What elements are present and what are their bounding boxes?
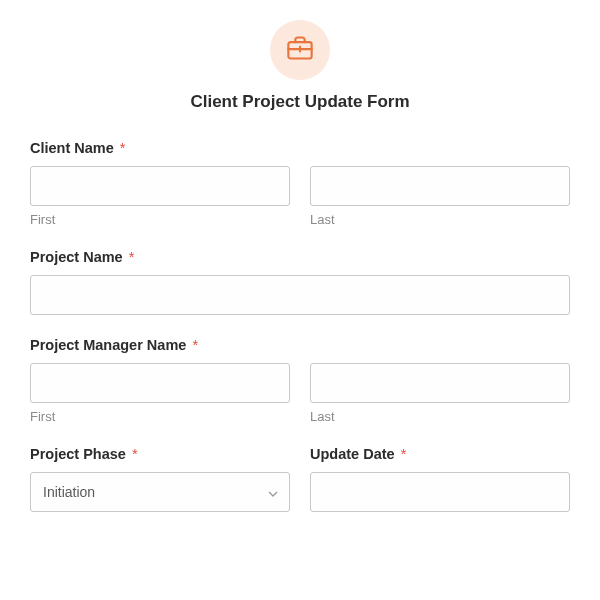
pm-first-name-input[interactable] — [30, 363, 290, 403]
form-header: Client Project Update Form — [30, 20, 570, 112]
required-asterisk: * — [132, 446, 138, 462]
first-sublabel: First — [30, 212, 290, 227]
client-last-name-input[interactable] — [310, 166, 570, 206]
required-asterisk: * — [192, 337, 198, 353]
project-name-group: Project Name * — [30, 249, 570, 315]
last-sublabel: Last — [310, 212, 570, 227]
required-asterisk: * — [120, 140, 126, 156]
project-name-input[interactable] — [30, 275, 570, 315]
required-asterisk: * — [129, 249, 135, 265]
project-phase-select[interactable]: Initiation — [30, 472, 290, 512]
update-date-input[interactable] — [310, 472, 570, 512]
update-date-label: Update Date * — [310, 446, 570, 462]
pm-name-group: Project Manager Name * First Last — [30, 337, 570, 424]
client-first-name-input[interactable] — [30, 166, 290, 206]
project-name-label: Project Name * — [30, 249, 570, 265]
project-phase-group: Project Phase * Initiation — [30, 446, 290, 512]
form-title: Client Project Update Form — [30, 92, 570, 112]
briefcase-icon-circle — [270, 20, 330, 80]
last-sublabel: Last — [310, 409, 570, 424]
briefcase-icon — [286, 34, 314, 66]
pm-name-label: Project Manager Name * — [30, 337, 570, 353]
project-phase-label: Project Phase * — [30, 446, 290, 462]
update-date-group: Update Date * — [310, 446, 570, 512]
first-sublabel: First — [30, 409, 290, 424]
client-name-group: Client Name * First Last — [30, 140, 570, 227]
pm-last-name-input[interactable] — [310, 363, 570, 403]
client-name-label: Client Name * — [30, 140, 570, 156]
required-asterisk: * — [401, 446, 407, 462]
